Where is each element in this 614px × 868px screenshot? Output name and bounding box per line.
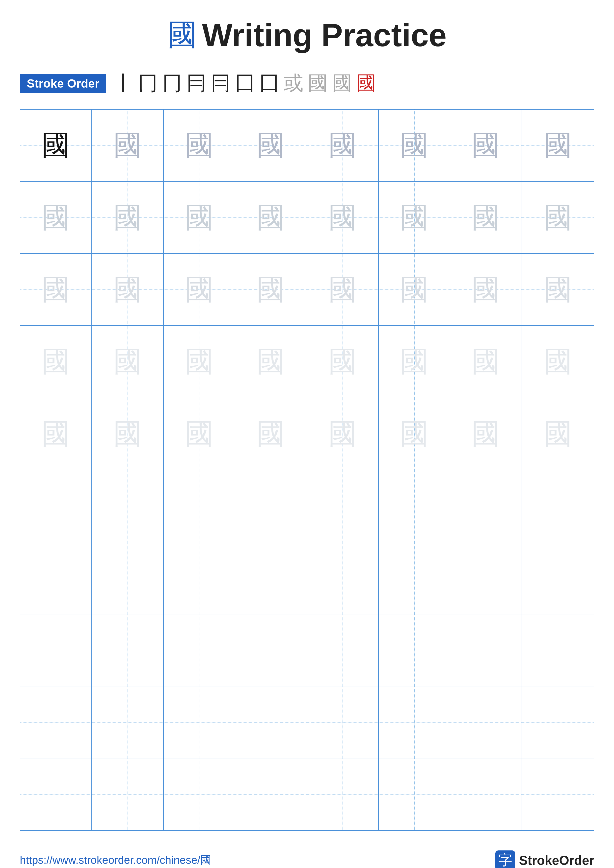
grid-cell-4-8[interactable]: 國 (522, 326, 594, 397)
grid-cell-10-6[interactable] (379, 758, 450, 830)
grid-cell-7-3[interactable] (164, 542, 235, 614)
grid-cell-10-4[interactable] (235, 758, 307, 830)
grid-cell-2-1[interactable]: 國 (20, 181, 92, 253)
grid-cell-2-7[interactable]: 國 (450, 181, 522, 253)
grid-cell-4-3[interactable]: 國 (164, 326, 235, 397)
grid-cell-3-8[interactable]: 國 (522, 254, 594, 326)
grid-cell-9-6[interactable] (379, 687, 450, 758)
grid-cell-7-4[interactable] (235, 542, 307, 614)
grid-cell-1-1[interactable]: 國 (20, 110, 92, 181)
grid-cell-6-6[interactable] (379, 470, 450, 542)
cell-char: 國 (328, 275, 357, 304)
grid-cell-10-1[interactable] (20, 758, 92, 830)
grid-cell-4-2[interactable]: 國 (92, 326, 163, 397)
grid-cell-6-5[interactable] (307, 470, 379, 542)
stroke-order-badge: Stroke Order (20, 74, 106, 93)
cell-char: 國 (472, 347, 500, 376)
grid-cell-3-6[interactable]: 國 (379, 254, 450, 326)
grid-cell-1-7[interactable]: 國 (450, 110, 522, 181)
grid-cell-7-1[interactable] (20, 542, 92, 614)
grid-cell-5-2[interactable]: 國 (92, 398, 163, 470)
stroke-char-6: 囗 (235, 70, 255, 97)
cell-char: 國 (42, 131, 70, 160)
grid-cell-2-2[interactable]: 國 (92, 181, 163, 253)
grid-cell-6-2[interactable] (92, 470, 163, 542)
grid-cell-8-3[interactable] (164, 614, 235, 686)
grid-cell-8-4[interactable] (235, 614, 307, 686)
grid-cell-1-4[interactable]: 國 (235, 110, 307, 181)
grid-cell-2-5[interactable]: 國 (307, 181, 379, 253)
grid-cell-9-2[interactable] (92, 687, 163, 758)
footer: https://www.strokeorder.com/chinese/國 字 … (20, 851, 594, 868)
grid-cell-6-8[interactable] (522, 470, 594, 542)
grid-cell-10-3[interactable] (164, 758, 235, 830)
grid-cell-5-7[interactable]: 國 (450, 398, 522, 470)
stroke-order-chars: 丨 冂 冂 冃 冃 囗 囗 或 國 國 國 (114, 70, 376, 97)
grid-cell-6-1[interactable] (20, 470, 92, 542)
cell-char: 國 (113, 131, 142, 160)
grid-cell-7-2[interactable] (92, 542, 163, 614)
grid-cell-6-4[interactable] (235, 470, 307, 542)
grid-cell-3-1[interactable]: 國 (20, 254, 92, 326)
grid-cell-1-2[interactable]: 國 (92, 110, 163, 181)
grid-cell-7-6[interactable] (379, 542, 450, 614)
stroke-char-5: 冃 (211, 70, 231, 97)
grid-cell-10-2[interactable] (92, 758, 163, 830)
grid-cell-9-3[interactable] (164, 687, 235, 758)
grid-cell-2-8[interactable]: 國 (522, 181, 594, 253)
cell-char: 國 (256, 203, 285, 232)
cell-char: 國 (400, 275, 429, 304)
footer-url[interactable]: https://www.strokeorder.com/chinese/國 (20, 853, 211, 868)
grid-cell-4-4[interactable]: 國 (235, 326, 307, 397)
grid-cell-1-3[interactable]: 國 (164, 110, 235, 181)
grid-cell-5-6[interactable]: 國 (379, 398, 450, 470)
cell-char: 國 (256, 131, 285, 160)
grid-cell-8-1[interactable] (20, 614, 92, 686)
grid-cell-4-6[interactable]: 國 (379, 326, 450, 397)
grid-cell-9-5[interactable] (307, 687, 379, 758)
grid-cell-8-2[interactable] (92, 614, 163, 686)
grid-cell-10-7[interactable] (450, 758, 522, 830)
grid-cell-5-8[interactable]: 國 (522, 398, 594, 470)
grid-cell-7-5[interactable] (307, 542, 379, 614)
grid-cell-1-6[interactable]: 國 (379, 110, 450, 181)
grid-cell-10-8[interactable] (522, 758, 594, 830)
grid-cell-6-7[interactable] (450, 470, 522, 542)
grid-cell-6-3[interactable] (164, 470, 235, 542)
grid-cell-8-8[interactable] (522, 614, 594, 686)
grid-cell-3-3[interactable]: 國 (164, 254, 235, 326)
grid-cell-10-5[interactable] (307, 758, 379, 830)
grid-cell-8-5[interactable] (307, 614, 379, 686)
grid-cell-3-5[interactable]: 國 (307, 254, 379, 326)
grid-cell-7-7[interactable] (450, 542, 522, 614)
grid-cell-8-7[interactable] (450, 614, 522, 686)
grid-cell-9-8[interactable] (522, 687, 594, 758)
grid-cell-2-6[interactable]: 國 (379, 181, 450, 253)
grid-cell-5-3[interactable]: 國 (164, 398, 235, 470)
grid-cell-1-8[interactable]: 國 (522, 110, 594, 181)
grid-cell-3-4[interactable]: 國 (235, 254, 307, 326)
grid-cell-9-7[interactable] (450, 687, 522, 758)
grid-cell-9-1[interactable] (20, 687, 92, 758)
cell-char: 國 (472, 275, 500, 304)
footer-brand-icon: 字 (495, 851, 515, 868)
cell-char: 國 (400, 131, 429, 160)
grid-cell-1-5[interactable]: 國 (307, 110, 379, 181)
grid-cell-5-5[interactable]: 國 (307, 398, 379, 470)
grid-cell-4-1[interactable]: 國 (20, 326, 92, 397)
grid-cell-4-5[interactable]: 國 (307, 326, 379, 397)
cell-char: 國 (42, 275, 70, 304)
grid-cell-3-2[interactable]: 國 (92, 254, 163, 326)
grid-cell-3-7[interactable]: 國 (450, 254, 522, 326)
cell-char: 國 (328, 347, 357, 376)
grid-cell-2-4[interactable]: 國 (235, 181, 307, 253)
grid-cell-8-6[interactable] (379, 614, 450, 686)
grid-cell-5-1[interactable]: 國 (20, 398, 92, 470)
grid-row-2: 國 國 國 國 國 國 國 國 (20, 181, 594, 254)
grid-cell-7-8[interactable] (522, 542, 594, 614)
grid-cell-4-7[interactable]: 國 (450, 326, 522, 397)
grid-cell-5-4[interactable]: 國 (235, 398, 307, 470)
grid-cell-9-4[interactable] (235, 687, 307, 758)
footer-brand: 字 StrokeOrder (495, 851, 594, 868)
grid-cell-2-3[interactable]: 國 (164, 181, 235, 253)
